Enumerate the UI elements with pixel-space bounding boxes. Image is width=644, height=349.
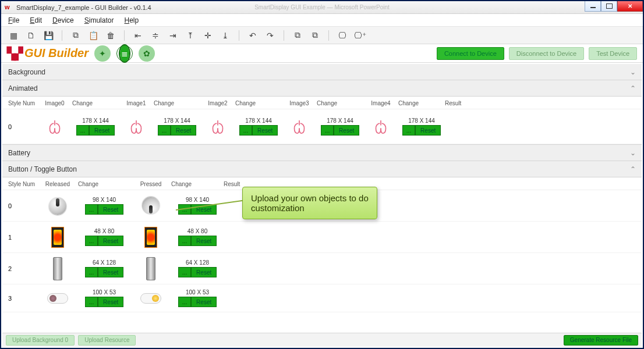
menu-help[interactable]: Help	[124, 16, 139, 24]
menu-device[interactable]: Device	[52, 16, 74, 24]
browse-button[interactable]: ...	[85, 297, 98, 307]
header-style-num: Style Num	[8, 181, 37, 187]
buttontoggle-row-3: 3 100 X 53 ...Reset 100 X 53 ...Reset	[2, 284, 642, 312]
align-top-icon[interactable]: ⤒	[184, 29, 197, 42]
app-icon: w	[5, 3, 13, 12]
browse-button[interactable]: ...	[178, 267, 191, 277]
align-right-icon[interactable]: ⇥	[167, 29, 179, 42]
paste-icon[interactable]: 📋	[87, 29, 100, 42]
header-change: Change	[78, 181, 130, 187]
header-style-num: Style Num	[8, 100, 37, 106]
reset-button[interactable]: Reset	[191, 297, 217, 307]
section-animated-header[interactable]: Animated ⌃	[2, 80, 642, 97]
copy-icon[interactable]: ⧉	[69, 29, 82, 42]
dimensions-label: 100 X 53	[93, 289, 116, 295]
browse-button[interactable]: ...	[239, 125, 252, 136]
annotation-callout: Upload your own objects to do customizat…	[242, 187, 377, 219]
preview-image0	[37, 119, 72, 135]
dimensions-label: 98 X 140	[93, 197, 116, 203]
preview-image1	[119, 119, 154, 135]
duplicate-icon[interactable]: ⧉	[291, 29, 304, 42]
header-image2: Image2	[200, 100, 235, 106]
dimensions-label: 178 X 144	[245, 117, 272, 124]
header-change: Change	[235, 100, 282, 106]
open-file-icon[interactable]: 🗋	[24, 29, 37, 42]
toolbar-separator	[239, 30, 239, 41]
reset-button[interactable]: Reset	[98, 236, 123, 246]
reset-button[interactable]: Reset	[171, 125, 196, 136]
reset-button[interactable]: Reset	[89, 125, 115, 136]
reset-button[interactable]: Reset	[415, 125, 441, 136]
upload-resource-button[interactable]: Upload Resource	[78, 335, 136, 346]
window-title: SmartDisplay_7_example - GUI Builder - v…	[16, 4, 151, 11]
dimensions-label: 64 X 128	[186, 259, 209, 266]
browse-button[interactable]: ...	[178, 236, 191, 246]
browse-button[interactable]: ...	[321, 125, 334, 136]
menu-simulator[interactable]: Simulator	[84, 16, 114, 24]
toolbar-separator	[284, 30, 284, 41]
browse-button[interactable]: ...	[85, 236, 98, 246]
reset-button[interactable]: Reset	[334, 125, 359, 136]
screen-settings-icon[interactable]: 🖵⁺	[353, 29, 366, 42]
change-group: 64 X 128 ...Reset	[171, 259, 224, 277]
undo-icon[interactable]: ↶	[246, 29, 259, 42]
close-button[interactable]	[617, 1, 643, 12]
redo-icon[interactable]: ↷	[264, 29, 277, 42]
mode-layout-button[interactable]: ✦	[94, 45, 111, 62]
reset-button[interactable]: Reset	[191, 236, 217, 246]
header-change: Change	[317, 100, 363, 106]
test-device-button[interactable]: Test Device	[589, 47, 637, 60]
align-center-h-icon[interactable]: ≑	[149, 29, 162, 42]
pressed-preview	[130, 227, 171, 248]
menu-edit[interactable]: Edit	[30, 16, 42, 24]
save-icon[interactable]: 💾	[42, 29, 55, 42]
released-preview	[37, 197, 78, 215]
style-num: 0	[8, 123, 37, 130]
list-icon: ≣	[120, 45, 129, 62]
reset-button[interactable]: Reset	[98, 204, 123, 215]
released-preview	[37, 257, 78, 280]
reset-button[interactable]: Reset	[191, 267, 217, 277]
dimensions-label: 178 X 144	[327, 117, 353, 124]
generate-resource-file-button[interactable]: Generate Resource File	[564, 335, 638, 346]
menu-file[interactable]: File	[8, 16, 19, 24]
browse-button[interactable]: ...	[158, 125, 171, 136]
mode-list-button[interactable]: ≣	[116, 45, 133, 62]
align-center-v-icon[interactable]: ✛	[201, 29, 214, 42]
reset-button[interactable]: Reset	[98, 297, 123, 307]
window-titlebar: w SmartDisplay_7_example - GUI Builder -…	[1, 1, 643, 14]
upload-background-button[interactable]: Upload Background 0	[6, 335, 75, 346]
minimize-button[interactable]	[585, 1, 601, 12]
new-project-icon[interactable]: ▦	[7, 29, 20, 42]
mode-settings-button[interactable]: ✿	[139, 45, 155, 62]
preview-image4	[363, 119, 398, 135]
chevron-down-icon: ⌄	[630, 68, 636, 76]
browse-button[interactable]: ...	[85, 204, 98, 215]
section-background-header[interactable]: Background ⌄	[2, 64, 642, 80]
callout-text: Upload your own objects to do customizat…	[251, 193, 369, 213]
screen-preview-icon[interactable]: 🖵	[336, 29, 349, 42]
browse-button[interactable]: ...	[178, 297, 191, 307]
chevron-up-icon: ⌃	[630, 165, 636, 173]
reset-button[interactable]: Reset	[98, 267, 123, 277]
disconnect-device-button[interactable]: Disconnect to Device	[509, 47, 584, 60]
connect-device-button[interactable]: Connect to Device	[437, 47, 504, 60]
app-name: GUI Builder	[24, 47, 89, 60]
maximize-button[interactable]	[601, 1, 617, 12]
window-controls	[585, 1, 643, 14]
align-bottom-icon[interactable]: ⤓	[219, 29, 232, 42]
section-animated-title: Animated	[8, 84, 38, 92]
align-left-icon[interactable]: ⇤	[132, 29, 144, 42]
delete-icon[interactable]: 🗑	[104, 29, 117, 42]
stack-icon[interactable]: ⧉	[309, 29, 321, 42]
header-change: Change	[398, 100, 445, 106]
browse-button[interactable]: ...	[76, 125, 89, 136]
browse-button[interactable]: ...	[402, 125, 415, 136]
section-battery-header[interactable]: Battery ⌄	[2, 145, 642, 161]
change-group-1: 178 X 144 ...Reset	[154, 117, 200, 136]
status-bar: Upload Background 0 Upload Resource Gene…	[2, 333, 642, 347]
animated-column-headers: Style Num Image0 Change Image1 Change Im…	[2, 97, 642, 109]
reset-button[interactable]: Reset	[252, 125, 278, 136]
section-buttontoggle-header[interactable]: Button / Toggle Button ⌃	[2, 161, 642, 177]
browse-button[interactable]: ...	[85, 267, 98, 277]
